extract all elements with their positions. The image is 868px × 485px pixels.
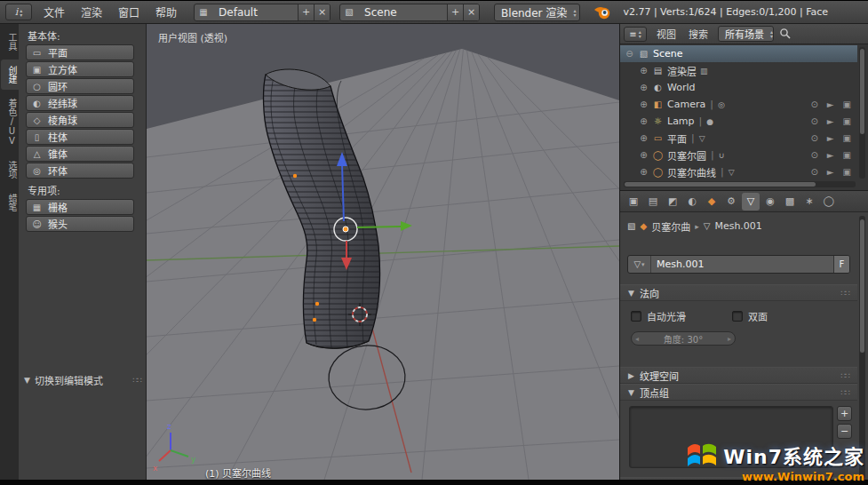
close-layout-button[interactable]: × [314, 4, 330, 21]
menu-help[interactable]: 帮助 [147, 4, 185, 20]
tab-texture[interactable]: ▩ [781, 193, 799, 211]
tab-particles[interactable]: ∗ [800, 193, 818, 211]
add-scene-button[interactable]: + [447, 4, 463, 21]
renderability-toggle[interactable]: ▣ [843, 167, 851, 177]
outliner-row-plane[interactable]: ⊕ ▭ 平面 | ▽ ⊙ ► ▣ [620, 130, 857, 147]
visibility-toggle[interactable]: ⊙ [810, 150, 817, 160]
slider-left-arrow-icon[interactable]: ◂ [635, 335, 639, 343]
selectability-toggle[interactable]: ► [827, 167, 834, 177]
mesh-name-value[interactable]: Mesh.001 [651, 258, 833, 270]
breadcrumb-object-name[interactable]: 贝塞尔曲 [651, 219, 690, 234]
menu-file[interactable]: 文件 [36, 4, 73, 20]
visibility-toggle[interactable]: ⊙ [810, 99, 817, 109]
tab-grease-pencil[interactable]: 蜡笔 [1, 187, 19, 218]
tab-object-data[interactable]: ▽ [742, 193, 760, 211]
outliner-filter-select[interactable]: 所有场景 ▴▾ [718, 26, 774, 42]
selectability-toggle[interactable]: ► [827, 133, 834, 143]
tab-render[interactable]: ▣ [625, 193, 642, 211]
add-plane-button[interactable]: ▭ 平面 [26, 44, 134, 60]
tab-material[interactable]: ◉ [761, 193, 779, 211]
normals-panel-header[interactable]: ▼ 法向 ∷∷ [620, 284, 857, 301]
scene-selector-value[interactable]: Scene [358, 6, 447, 19]
outliner-row-render-layers[interactable]: ⊕ ▤ 渲染层 ▥ [620, 62, 857, 79]
add-cylinder-button[interactable]: ▯ 柱体 [26, 129, 134, 145]
outliner-view-menu[interactable]: 视图 [650, 27, 682, 41]
panel-drag-dots-icon[interactable]: ∷∷ [133, 376, 141, 385]
smooth-angle-slider[interactable]: ◂ 角度: 30° ▸ [631, 331, 736, 346]
y-axis-handle[interactable] [357, 227, 401, 227]
outliner-vertical-scrollbar[interactable] [859, 47, 865, 179]
add-circle-button[interactable]: ○ 圆环 [26, 78, 134, 94]
double-sided-checkbox[interactable] [732, 311, 743, 322]
visibility-toggle[interactable]: ⊙ [810, 167, 817, 177]
info-editor-selector[interactable]: i ▴▾ [5, 4, 32, 20]
outliner-row-scene[interactable]: ⊖ ▧ Scene [620, 45, 857, 62]
3d-viewport[interactable]: z x y 用户视图 (透视) (1) 贝塞尔曲线 [147, 24, 619, 480]
menu-window[interactable]: 窗口 [110, 4, 147, 20]
expand-icon[interactable]: ⊕ [639, 133, 649, 143]
render-engine-select[interactable]: Blender 渲染 ▴▾ [494, 4, 580, 21]
outliner-row-lamp[interactable]: ⊕ ☼ Lamp | ● ⊙ ► ▣ [620, 113, 857, 130]
add-vertex-group-button[interactable]: + [837, 406, 852, 421]
outliner-search-menu[interactable]: 搜索 [682, 27, 714, 41]
close-scene-button[interactable]: × [463, 4, 479, 21]
panel-drag-dots-icon[interactable]: ∷∷ [841, 289, 849, 298]
scrollbar-thumb[interactable] [860, 49, 864, 134]
outliner-horizontal-scrollbar[interactable] [624, 181, 856, 187]
tab-physics[interactable]: ◯ [820, 193, 838, 211]
breadcrumb-data-name[interactable]: Mesh.001 [714, 220, 761, 232]
slider-right-arrow-icon[interactable]: ▸ [728, 335, 731, 343]
selectability-toggle[interactable]: ► [827, 150, 834, 160]
add-cube-button[interactable]: ▣ 立方体 [26, 61, 134, 77]
tab-create[interactable]: 创建 [1, 60, 19, 90]
expand-icon[interactable]: ⊕ [639, 116, 649, 126]
panel-drag-dots-icon[interactable]: ∷∷ [841, 371, 849, 380]
scrollbar-thumb[interactable] [625, 182, 816, 187]
renderability-toggle[interactable]: ▣ [843, 150, 851, 160]
vertex-groups-panel-header[interactable]: ▼ 顶点组 ∷∷ [620, 384, 857, 401]
screen-layout-value[interactable]: Default [212, 6, 298, 19]
expand-icon[interactable]: ⊕ [639, 167, 649, 177]
auto-smooth-option[interactable]: 自动光滑 [631, 309, 686, 323]
double-sided-option[interactable]: 双面 [732, 309, 768, 323]
renderability-toggle[interactable]: ▣ [843, 99, 851, 109]
mesh-icon[interactable]: ▽ ▾ [628, 256, 651, 273]
outliner-row-camera[interactable]: ⊕ ◧ Camera | ◎ ⊙ ► ▣ [620, 96, 857, 113]
expand-icon[interactable]: ⊕ [639, 83, 649, 92]
collapse-icon[interactable]: ⊖ [625, 49, 634, 59]
add-monkey-button[interactable]: ☺ 猴头 [26, 216, 134, 232]
tab-modifiers[interactable]: ⚙ [722, 193, 740, 211]
tab-world[interactable]: ◐ [683, 193, 701, 211]
outliner-row-bezier-circle[interactable]: ⊕ ◯ 贝塞尔圆 | ∪ ⊙ ► ▣ [620, 147, 857, 163]
tab-render-layers[interactable]: ▤ [644, 193, 662, 211]
tab-tools[interactable]: 工具 [1, 27, 19, 57]
tab-options[interactable]: 选项 [1, 155, 19, 185]
outliner-row-world[interactable]: ⊕ ◐ World [620, 79, 857, 96]
outliner-editor-selector[interactable]: ≡ ▴▾ [624, 27, 647, 42]
scrollbar-thumb[interactable] [860, 219, 864, 353]
renderability-toggle[interactable]: ▣ [843, 133, 851, 143]
toggle-editmode-panel[interactable]: ▼ 切换到编辑模式 ∷∷ [24, 373, 141, 387]
mesh-name-field[interactable]: ▽ ▾ Mesh.001 F [627, 255, 850, 274]
tab-shading-uv[interactable]: 着色/UV [1, 92, 19, 152]
search-icon[interactable] [779, 28, 792, 40]
texture-space-panel-header[interactable]: ▶ 纹理空间 ∷∷ [620, 367, 857, 384]
tab-scene[interactable]: ◩ [664, 193, 681, 211]
selectability-toggle[interactable]: ► [827, 99, 834, 109]
add-torus-button[interactable]: ◎ 环体 [26, 163, 134, 179]
expand-icon[interactable]: ⊕ [639, 150, 649, 160]
visibility-toggle[interactable]: ⊙ [810, 116, 817, 126]
auto-smooth-checkbox[interactable] [631, 311, 641, 322]
tab-object[interactable]: ◆ [703, 193, 721, 211]
menu-render[interactable]: 渲染 [73, 4, 110, 20]
add-layout-button[interactable]: + [298, 4, 314, 21]
visibility-toggle[interactable]: ⊙ [810, 133, 817, 143]
renderability-toggle[interactable]: ▣ [843, 116, 851, 126]
add-grid-button[interactable]: ▦ 栅格 [26, 199, 134, 215]
add-ico-sphere-button[interactable]: ◇ 棱角球 [26, 112, 134, 128]
expand-icon[interactable]: ⊕ [639, 99, 649, 109]
add-uv-sphere-button[interactable]: ◐ 经纬球 [26, 95, 134, 111]
selectability-toggle[interactable]: ► [827, 116, 834, 126]
remove-vertex-group-button[interactable]: − [837, 424, 852, 439]
expand-icon[interactable]: ⊕ [639, 66, 649, 76]
